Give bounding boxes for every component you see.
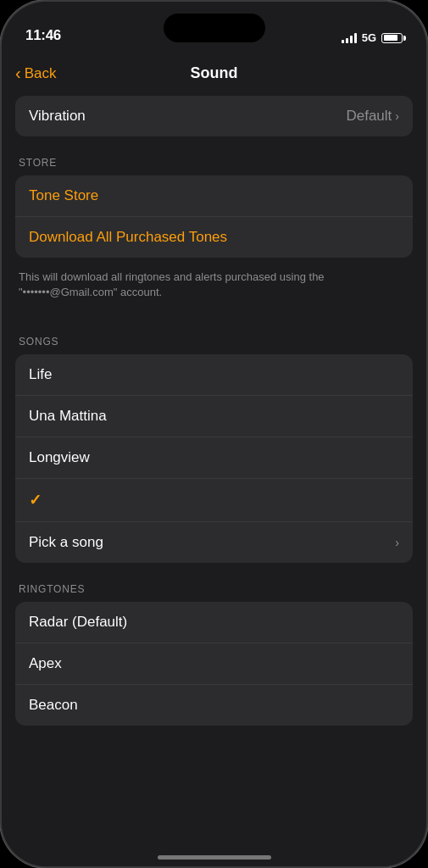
ringtones-group-card: Radar (Default) Apex Beacon bbox=[15, 602, 413, 726]
song-una-mattina-label: Una Mattina bbox=[29, 408, 107, 425]
pick-song-label: Pick a song bbox=[29, 534, 103, 551]
back-button[interactable]: ‹ Back bbox=[15, 65, 56, 82]
battery-icon bbox=[381, 33, 403, 43]
signal-bars-icon bbox=[342, 33, 357, 43]
signal-bar-4 bbox=[354, 33, 357, 43]
tone-store-label: Tone Store bbox=[29, 187, 98, 204]
song-item-life[interactable]: Life bbox=[15, 354, 413, 396]
checkmark-icon: ✓ bbox=[29, 491, 46, 509]
store-section-header: STORE bbox=[15, 157, 413, 169]
signal-bar-3 bbox=[350, 36, 353, 43]
song-life-label: Life bbox=[29, 366, 52, 383]
ringtone-beacon-row[interactable]: Beacon bbox=[15, 685, 413, 726]
store-note: This will download all ringtones and ale… bbox=[15, 264, 413, 315]
settings-scroll-area[interactable]: Vibration Default › STORE Tone Store Dow… bbox=[2, 96, 426, 852]
signal-bar-2 bbox=[346, 38, 348, 43]
ringtones-section: RINGTONES Radar (Default) Apex Beacon bbox=[15, 583, 413, 726]
ringtones-section-header: RINGTONES bbox=[15, 583, 413, 595]
song-longview-label: Longview bbox=[29, 449, 90, 466]
content-area: ‹ Back Sound Vibration Default › STORE T bbox=[2, 51, 426, 866]
vibration-chevron-icon: › bbox=[395, 109, 399, 123]
battery-fill bbox=[384, 35, 397, 41]
songs-section: SONGS Life Una Mattina Longview ✓ bbox=[15, 336, 413, 563]
store-section: STORE Tone Store Download All Purchased … bbox=[15, 157, 413, 315]
songs-section-header: SONGS bbox=[15, 336, 413, 348]
phone-frame: 11:46 5G ‹ Back Sound bbox=[0, 0, 428, 868]
page-title: Sound bbox=[191, 64, 238, 82]
network-type-label: 5G bbox=[362, 31, 376, 44]
download-all-label: Download All Purchased Tones bbox=[29, 229, 227, 246]
tone-store-row[interactable]: Tone Store bbox=[15, 175, 413, 217]
ringtone-radar-label: Radar (Default) bbox=[29, 614, 127, 631]
back-label: Back bbox=[25, 65, 57, 82]
vibration-row[interactable]: Vibration Default › bbox=[15, 96, 413, 136]
vibration-value-text: Default bbox=[346, 108, 392, 125]
signal-bar-1 bbox=[342, 40, 344, 43]
ringtone-apex-row[interactable]: Apex bbox=[15, 643, 413, 685]
songs-group-card: Life Una Mattina Longview ✓ Pick a song bbox=[15, 354, 413, 563]
song-item-longview[interactable]: Longview bbox=[15, 437, 413, 479]
status-time: 11:46 bbox=[25, 27, 61, 44]
back-chevron-icon: ‹ bbox=[15, 64, 21, 81]
dynamic-island bbox=[164, 14, 265, 42]
pick-song-chevron-icon: › bbox=[395, 536, 399, 549]
store-group-card: Tone Store Download All Purchased Tones bbox=[15, 175, 413, 258]
song-item-una-mattina[interactable]: Una Mattina bbox=[15, 396, 413, 437]
home-indicator bbox=[158, 855, 271, 860]
ringtone-radar-row[interactable]: Radar (Default) bbox=[15, 602, 413, 643]
checkmark-row: ✓ bbox=[15, 479, 413, 522]
pick-song-row[interactable]: Pick a song › bbox=[15, 522, 413, 563]
status-icons: 5G bbox=[342, 31, 403, 44]
ringtone-beacon-label: Beacon bbox=[29, 697, 78, 714]
ringtone-apex-label: Apex bbox=[29, 655, 62, 672]
download-all-row[interactable]: Download All Purchased Tones bbox=[15, 217, 413, 258]
vibration-label: Vibration bbox=[29, 108, 86, 125]
navigation-bar: ‹ Back Sound bbox=[2, 51, 426, 96]
vibration-value: Default › bbox=[346, 108, 399, 125]
